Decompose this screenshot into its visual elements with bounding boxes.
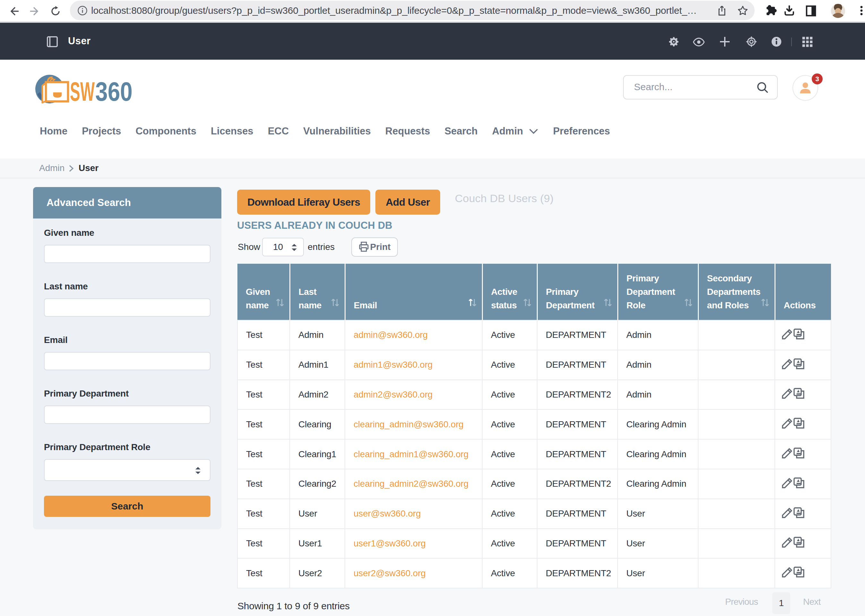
svg-text:360: 360 (95, 76, 132, 107)
svg-text:SW: SW (70, 76, 95, 107)
